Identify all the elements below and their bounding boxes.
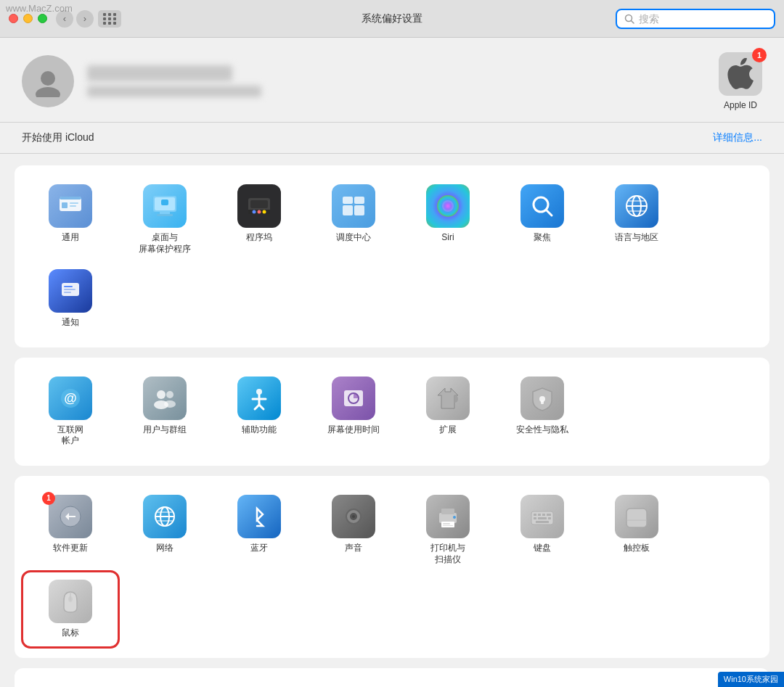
svg-point-39 — [157, 390, 166, 399]
pref-item-language[interactable]: 语言与地区 — [589, 177, 684, 262]
pref-item-software[interactable]: 1 软件更新 — [23, 488, 118, 572]
back-button[interactable]: ‹ — [56, 10, 73, 28]
general-label: 通用 — [62, 232, 79, 244]
sections-container: 通用 桌面与屏幕保护程序 程序坞 调度中心 — [0, 154, 784, 687]
pref-item-users[interactable]: 用户与群组 — [118, 369, 212, 454]
pref-item-startdisk[interactable]: 启动磁盘 — [589, 680, 684, 687]
spotlight-label: 聚焦 — [534, 232, 551, 244]
svg-rect-7 — [70, 202, 78, 204]
minimize-button[interactable] — [23, 14, 33, 23]
svg-point-25 — [442, 200, 454, 212]
avatar — [22, 55, 74, 107]
siri-label: Siri — [441, 232, 454, 244]
pref-item-bluetooth[interactable]: 蓝牙 — [212, 488, 306, 572]
svg-rect-70 — [542, 514, 545, 516]
apple-id-label: Apple ID — [724, 100, 757, 110]
pref-item-energy[interactable]: 节能 — [212, 680, 306, 687]
svg-rect-21 — [354, 197, 364, 204]
user-name-blur — [87, 65, 232, 81]
close-button[interactable] — [9, 14, 18, 23]
trackpad-label: 触控板 — [624, 543, 650, 554]
search-icon — [624, 14, 634, 24]
pref-item-siri[interactable]: Siri — [401, 177, 495, 262]
keyboard-label: 键盘 — [534, 543, 551, 554]
profile-section: 1 Apple ID — [0, 38, 784, 123]
svg-point-42 — [164, 400, 176, 408]
main-content: 1 Apple ID 开始使用 iCloud 详细信息... 通用 桌面与屏幕保… — [0, 38, 784, 687]
pref-item-notif[interactable]: 通知 — [23, 262, 118, 336]
pref-item-timemachine[interactable]: 时间机器 — [495, 680, 589, 687]
pref-item-sharing[interactable]: 共享 — [401, 680, 495, 687]
pref-item-general[interactable]: 通用 — [23, 177, 118, 262]
pref-item-datetime[interactable]: JUL 18 日期与时间 — [306, 680, 401, 687]
icloud-text: 开始使用 iCloud — [22, 131, 94, 144]
apple-id-badge: 1 — [752, 48, 767, 62]
pref-item-access[interactable]: 辅助功能 — [212, 369, 306, 454]
grid-view-button[interactable] — [98, 10, 121, 28]
software-badge: 1 — [42, 492, 55, 505]
mouse-icon — [49, 580, 92, 623]
pref-item-sidecar[interactable]: 随航 — [118, 680, 212, 687]
svg-rect-35 — [64, 289, 75, 290]
pref-item-spotlight[interactable]: 聚焦 — [495, 177, 589, 262]
sound-label: 声音 — [345, 543, 362, 554]
svg-rect-64 — [443, 523, 450, 524]
svg-rect-69 — [538, 514, 541, 516]
language-icon — [615, 184, 658, 228]
pref-item-dock[interactable]: 程序坞 — [212, 177, 306, 262]
user-email-blur — [87, 86, 261, 97]
pref-item-trackpad[interactable]: 触控板 — [589, 488, 684, 572]
svg-point-66 — [453, 516, 456, 519]
svg-rect-51 — [541, 400, 544, 404]
svg-text:@: @ — [64, 391, 77, 406]
desktop-icon — [143, 184, 187, 228]
pref-item-mouse[interactable]: 鼠标 — [23, 572, 118, 646]
pref-item-network[interactable]: 网络 — [118, 488, 212, 572]
section-section4: 显示器 随航 节能 JUL 18 日期与时间 共享 时间机器 — [15, 668, 769, 687]
forward-button[interactable]: › — [76, 10, 94, 28]
search-bar[interactable] — [616, 9, 775, 29]
grid-dots-icon — [103, 13, 117, 25]
svg-rect-72 — [534, 517, 536, 519]
software-label: 软件更新 — [53, 543, 88, 554]
svg-rect-65 — [443, 525, 453, 526]
general-icon — [49, 184, 92, 228]
pref-item-extensions[interactable]: 扩展 — [401, 369, 495, 454]
svg-rect-22 — [343, 205, 353, 215]
maximize-button[interactable] — [38, 14, 47, 23]
pref-item-mission[interactable]: 调度中心 — [306, 177, 401, 262]
svg-rect-34 — [64, 286, 73, 287]
svg-rect-62 — [441, 509, 454, 514]
language-label: 语言与地区 — [615, 232, 658, 244]
pref-item-screentime[interactable]: 屏幕使用时间 — [306, 369, 401, 454]
svg-rect-68 — [534, 514, 536, 516]
users-icon — [143, 377, 187, 420]
pref-item-keyboard[interactable]: 键盘 — [495, 488, 589, 572]
network-icon — [143, 495, 187, 538]
svg-rect-8 — [70, 205, 76, 207]
pref-item-printer[interactable]: 打印机与扫描仪 — [401, 488, 495, 572]
pref-item-internet[interactable]: @ 互联网帐户 — [23, 369, 118, 454]
mission-icon — [332, 184, 375, 228]
spotlight-icon — [520, 184, 564, 228]
bottom-watermark: Win10系统家园 — [718, 672, 784, 687]
pref-item-desktop[interactable]: 桌面与屏幕保护程序 — [118, 177, 212, 262]
svg-point-16 — [253, 210, 256, 214]
apple-id-section[interactable]: 1 Apple ID — [719, 52, 762, 110]
pref-item-display[interactable]: 显示器 — [23, 680, 118, 687]
svg-rect-71 — [547, 514, 551, 516]
pref-item-security[interactable]: 安全性与隐私 — [495, 369, 589, 454]
svg-rect-75 — [536, 521, 549, 523]
svg-rect-13 — [161, 199, 168, 205]
titlebar: ‹ › 系统偏好设置 www.MacZ.com — [0, 0, 784, 38]
svg-point-17 — [258, 210, 261, 214]
extensions-label: 扩展 — [439, 424, 457, 436]
network-label: 网络 — [156, 543, 173, 554]
pref-item-sound[interactable]: 声音 — [306, 488, 401, 572]
icloud-detail-link[interactable]: 详细信息... — [713, 131, 762, 144]
users-label: 用户与群组 — [143, 424, 187, 436]
internet-icon: @ — [49, 377, 92, 420]
svg-rect-6 — [62, 202, 68, 208]
search-input[interactable] — [639, 13, 767, 25]
svg-rect-5 — [60, 197, 81, 199]
